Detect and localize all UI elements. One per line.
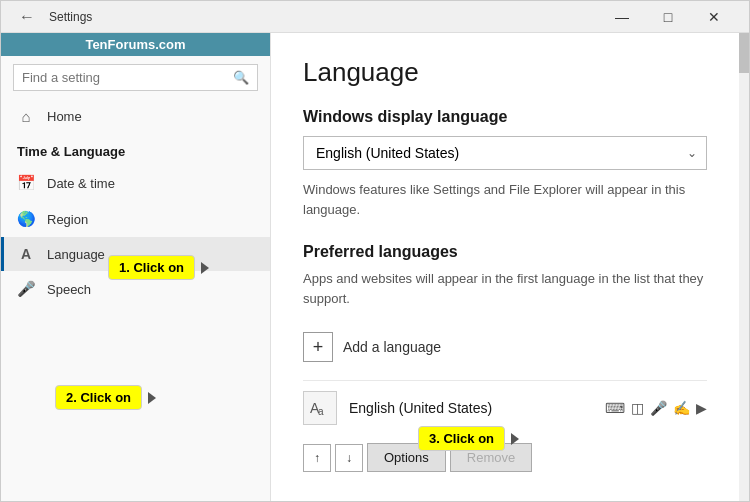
sidebar-item-speech[interactable]: 🎤 Speech	[1, 271, 270, 307]
title-bar: ← Settings — □ ✕	[1, 1, 749, 33]
language-capabilities: ⌨ ◫ 🎤 ✍ ▶	[605, 400, 707, 416]
content-area: TenForums.com 🔍 ⌂ Home Time & Language 📅…	[1, 33, 749, 501]
display-language-dropdown[interactable]: English (United States)	[303, 136, 707, 170]
scrollbar-thumb[interactable]	[739, 33, 749, 73]
maximize-button[interactable]: □	[645, 1, 691, 33]
sidebar-item-region-label: Region	[47, 212, 88, 227]
sidebar-item-region[interactable]: 🌎 Region	[1, 201, 270, 237]
globe-icon: 🌎	[17, 210, 35, 228]
watermark: TenForums.com	[1, 33, 270, 56]
language-row-english: A a English (United States) ⌨ ◫ 🎤 ✍ ▶	[303, 380, 707, 435]
title-bar-controls: — □ ✕	[599, 1, 737, 33]
window-title: Settings	[49, 10, 92, 24]
page-title: Language	[303, 57, 707, 88]
move-down-button[interactable]: ↓	[335, 444, 363, 472]
title-bar-left: ← Settings	[13, 4, 92, 30]
mic-icon: 🎤	[17, 280, 35, 298]
scrollbar-track	[739, 33, 749, 501]
handwriting-capability-icon: ✍	[673, 400, 690, 416]
svg-text:a: a	[318, 406, 324, 417]
display-capability-icon: ◫	[631, 400, 644, 416]
close-button[interactable]: ✕	[691, 1, 737, 33]
preferred-languages-title: Preferred languages	[303, 243, 707, 261]
sidebar-item-datetime-label: Date & time	[47, 176, 115, 191]
search-input[interactable]	[22, 70, 227, 85]
sidebar-item-language-label: Language	[47, 247, 105, 262]
language-name: English (United States)	[349, 400, 593, 416]
add-language-button[interactable]: +	[303, 332, 333, 362]
sidebar: TenForums.com 🔍 ⌂ Home Time & Language 📅…	[1, 33, 271, 501]
speech-capability-icon: 🎤	[650, 400, 667, 416]
options-button[interactable]: Options	[367, 443, 446, 472]
minimize-button[interactable]: —	[599, 1, 645, 33]
search-icon: 🔍	[233, 70, 249, 85]
language-text-icon: A a	[308, 399, 332, 417]
display-language-desc: Windows features like Settings and File …	[303, 180, 707, 219]
sidebar-section-title: Time & Language	[1, 134, 270, 165]
add-language-label: Add a language	[343, 339, 441, 355]
sidebar-item-home[interactable]: ⌂ Home	[1, 99, 270, 134]
display-language-title: Windows display language	[303, 108, 707, 126]
display-language-dropdown-wrapper: English (United States) ⌄	[303, 136, 707, 170]
sidebar-item-speech-label: Speech	[47, 282, 91, 297]
language-icon: A	[17, 246, 35, 262]
calendar-icon: 📅	[17, 174, 35, 192]
add-language-row[interactable]: + Add a language	[303, 324, 707, 370]
tts-capability-icon: ▶	[696, 400, 707, 416]
move-up-button[interactable]: ↑	[303, 444, 331, 472]
language-controls: ↑ ↓ Options Remove	[303, 435, 707, 480]
remove-button[interactable]: Remove	[450, 443, 532, 472]
search-box[interactable]: 🔍	[13, 64, 258, 91]
keyboard-capability-icon: ⌨	[605, 400, 625, 416]
sidebar-item-home-label: Home	[47, 109, 82, 124]
preferred-languages-desc: Apps and websites will appear in the fir…	[303, 269, 707, 308]
language-flag-icon: A a	[303, 391, 337, 425]
home-icon: ⌂	[17, 108, 35, 125]
sidebar-item-date-time[interactable]: 📅 Date & time	[1, 165, 270, 201]
sidebar-item-language[interactable]: A Language	[1, 237, 270, 271]
main-content: Language Windows display language Englis…	[271, 33, 739, 501]
settings-window: ← Settings — □ ✕ TenForums.com 🔍 ⌂ Home …	[0, 0, 750, 502]
back-button[interactable]: ←	[13, 4, 41, 30]
